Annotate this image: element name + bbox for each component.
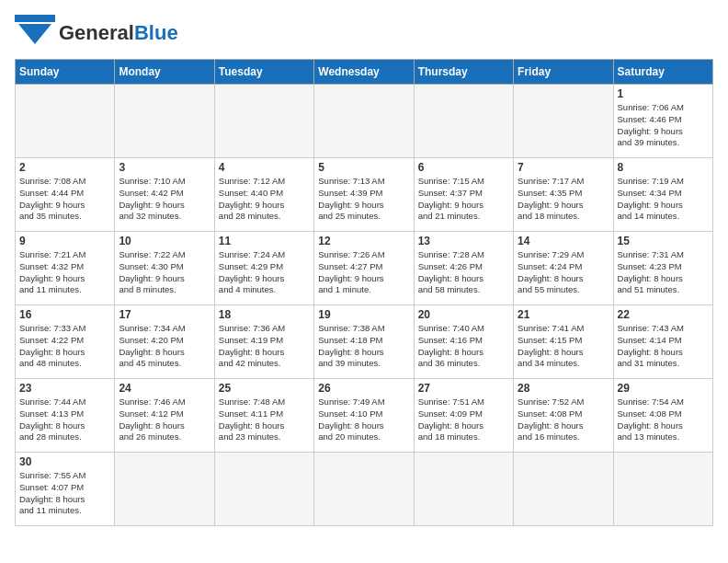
day-number: 2: [19, 161, 110, 174]
day-number: 11: [219, 235, 310, 247]
cell-info: Sunrise: 7:31 AM Sunset: 4:23 PM Dayligh…: [618, 249, 709, 296]
calendar-cell: 26Sunrise: 7:49 AM Sunset: 4:10 PM Dayli…: [314, 379, 414, 453]
day-number: 6: [418, 161, 509, 174]
weekday-header: Friday: [514, 60, 613, 85]
calendar-cell: [115, 453, 214, 526]
page-header: GeneralBlue: [15, 15, 713, 52]
cell-info: Sunrise: 7:28 AM Sunset: 4:26 PM Dayligh…: [418, 249, 509, 296]
calendar-cell: [16, 85, 115, 158]
day-number: 12: [318, 235, 409, 247]
logo: GeneralBlue: [15, 15, 178, 52]
cell-info: Sunrise: 7:36 AM Sunset: 4:19 PM Dayligh…: [219, 323, 310, 370]
calendar-cell: 17Sunrise: 7:34 AM Sunset: 4:20 PM Dayli…: [115, 305, 214, 379]
calendar-table: SundayMondayTuesdayWednesdayThursdayFrid…: [15, 59, 713, 526]
weekday-header: Monday: [115, 60, 214, 85]
cell-info: Sunrise: 7:21 AM Sunset: 4:32 PM Dayligh…: [19, 249, 110, 296]
cell-info: Sunrise: 7:13 AM Sunset: 4:39 PM Dayligh…: [318, 176, 409, 223]
day-number: 28: [518, 382, 609, 395]
day-number: 25: [219, 382, 310, 395]
day-number: 29: [618, 382, 709, 395]
calendar-cell: 1Sunrise: 7:06 AM Sunset: 4:46 PM Daylig…: [613, 85, 712, 158]
cell-info: Sunrise: 7:48 AM Sunset: 4:11 PM Dayligh…: [219, 396, 310, 443]
calendar-cell: 13Sunrise: 7:28 AM Sunset: 4:26 PM Dayli…: [414, 232, 513, 305]
cell-info: Sunrise: 7:17 AM Sunset: 4:35 PM Dayligh…: [518, 176, 609, 223]
calendar-cell: 12Sunrise: 7:26 AM Sunset: 4:27 PM Dayli…: [314, 232, 414, 305]
day-number: 3: [119, 161, 210, 174]
cell-info: Sunrise: 7:06 AM Sunset: 4:46 PM Dayligh…: [618, 102, 709, 149]
calendar-cell: 11Sunrise: 7:24 AM Sunset: 4:29 PM Dayli…: [214, 232, 313, 305]
cell-info: Sunrise: 7:29 AM Sunset: 4:24 PM Dayligh…: [518, 249, 609, 296]
calendar-cell: 20Sunrise: 7:40 AM Sunset: 4:16 PM Dayli…: [414, 305, 513, 379]
calendar-cell: 9Sunrise: 7:21 AM Sunset: 4:32 PM Daylig…: [16, 232, 115, 305]
cell-info: Sunrise: 7:41 AM Sunset: 4:15 PM Dayligh…: [518, 323, 609, 370]
cell-info: Sunrise: 7:33 AM Sunset: 4:22 PM Dayligh…: [19, 323, 110, 370]
calendar-cell: [514, 453, 613, 526]
calendar-cell: 10Sunrise: 7:22 AM Sunset: 4:30 PM Dayli…: [115, 232, 214, 305]
cell-info: Sunrise: 7:26 AM Sunset: 4:27 PM Dayligh…: [318, 249, 409, 296]
day-number: 27: [418, 382, 509, 395]
calendar-cell: [214, 85, 313, 158]
calendar-cell: 7Sunrise: 7:17 AM Sunset: 4:35 PM Daylig…: [514, 158, 613, 232]
weekday-header: Tuesday: [214, 60, 313, 85]
day-number: 13: [418, 235, 509, 247]
day-number: 7: [518, 161, 609, 174]
cell-info: Sunrise: 7:08 AM Sunset: 4:44 PM Dayligh…: [19, 176, 110, 223]
cell-info: Sunrise: 7:49 AM Sunset: 4:10 PM Dayligh…: [318, 396, 409, 443]
calendar-cell: 21Sunrise: 7:41 AM Sunset: 4:15 PM Dayli…: [514, 305, 613, 379]
cell-info: Sunrise: 7:51 AM Sunset: 4:09 PM Dayligh…: [418, 396, 509, 443]
calendar-cell: 3Sunrise: 7:10 AM Sunset: 4:42 PM Daylig…: [115, 158, 214, 232]
calendar-cell: [414, 453, 513, 526]
calendar-cell: 2Sunrise: 7:08 AM Sunset: 4:44 PM Daylig…: [16, 158, 115, 232]
calendar-cell: 16Sunrise: 7:33 AM Sunset: 4:22 PM Dayli…: [16, 305, 115, 379]
day-number: 8: [618, 161, 709, 174]
calendar-cell: 19Sunrise: 7:38 AM Sunset: 4:18 PM Dayli…: [314, 305, 414, 379]
calendar-header: SundayMondayTuesdayWednesdayThursdayFrid…: [16, 60, 713, 85]
calendar-cell: 6Sunrise: 7:15 AM Sunset: 4:37 PM Daylig…: [414, 158, 513, 232]
calendar-cell: 25Sunrise: 7:48 AM Sunset: 4:11 PM Dayli…: [214, 379, 313, 453]
cell-info: Sunrise: 7:52 AM Sunset: 4:08 PM Dayligh…: [518, 396, 609, 443]
cell-info: Sunrise: 7:10 AM Sunset: 4:42 PM Dayligh…: [119, 176, 210, 223]
day-number: 26: [318, 382, 409, 395]
cell-info: Sunrise: 7:22 AM Sunset: 4:30 PM Dayligh…: [119, 249, 210, 296]
day-number: 22: [618, 308, 709, 321]
calendar-cell: 23Sunrise: 7:44 AM Sunset: 4:13 PM Dayli…: [16, 379, 115, 453]
calendar-cell: [613, 453, 712, 526]
calendar-cell: [314, 85, 414, 158]
calendar-cell: [514, 85, 613, 158]
day-number: 9: [19, 235, 110, 247]
weekday-header: Thursday: [414, 60, 513, 85]
calendar-cell: 18Sunrise: 7:36 AM Sunset: 4:19 PM Dayli…: [214, 305, 313, 379]
cell-info: Sunrise: 7:12 AM Sunset: 4:40 PM Dayligh…: [219, 176, 310, 223]
calendar-cell: 29Sunrise: 7:54 AM Sunset: 4:08 PM Dayli…: [613, 379, 712, 453]
cell-info: Sunrise: 7:34 AM Sunset: 4:20 PM Dayligh…: [119, 323, 210, 370]
cell-info: Sunrise: 7:43 AM Sunset: 4:14 PM Dayligh…: [618, 323, 709, 370]
cell-info: Sunrise: 7:40 AM Sunset: 4:16 PM Dayligh…: [418, 323, 509, 370]
calendar-cell: 22Sunrise: 7:43 AM Sunset: 4:14 PM Dayli…: [613, 305, 712, 379]
day-number: 15: [618, 235, 709, 247]
day-number: 14: [518, 235, 609, 247]
calendar-cell: 14Sunrise: 7:29 AM Sunset: 4:24 PM Dayli…: [514, 232, 613, 305]
day-number: 21: [518, 308, 609, 321]
day-number: 24: [119, 382, 210, 395]
cell-info: Sunrise: 7:44 AM Sunset: 4:13 PM Dayligh…: [19, 396, 110, 443]
calendar-cell: 4Sunrise: 7:12 AM Sunset: 4:40 PM Daylig…: [214, 158, 313, 232]
logo-text: GeneralBlue: [59, 21, 178, 44]
cell-info: Sunrise: 7:55 AM Sunset: 4:07 PM Dayligh…: [19, 470, 110, 517]
cell-info: Sunrise: 7:46 AM Sunset: 4:12 PM Dayligh…: [119, 396, 210, 443]
calendar-cell: [214, 453, 313, 526]
calendar-cell: [414, 85, 513, 158]
calendar-cell: 30Sunrise: 7:55 AM Sunset: 4:07 PM Dayli…: [16, 453, 115, 526]
day-number: 1: [618, 87, 709, 100]
day-number: 17: [119, 308, 210, 321]
day-number: 30: [19, 455, 110, 468]
calendar-cell: 27Sunrise: 7:51 AM Sunset: 4:09 PM Dayli…: [414, 379, 513, 453]
weekday-header: Wednesday: [314, 60, 414, 85]
calendar-cell: 24Sunrise: 7:46 AM Sunset: 4:12 PM Dayli…: [115, 379, 214, 453]
calendar-cell: 28Sunrise: 7:52 AM Sunset: 4:08 PM Dayli…: [514, 379, 613, 453]
day-number: 18: [219, 308, 310, 321]
day-number: 23: [19, 382, 110, 395]
day-number: 19: [318, 308, 409, 321]
cell-info: Sunrise: 7:54 AM Sunset: 4:08 PM Dayligh…: [618, 396, 709, 443]
calendar-cell: 15Sunrise: 7:31 AM Sunset: 4:23 PM Dayli…: [613, 232, 712, 305]
day-number: 16: [19, 308, 110, 321]
